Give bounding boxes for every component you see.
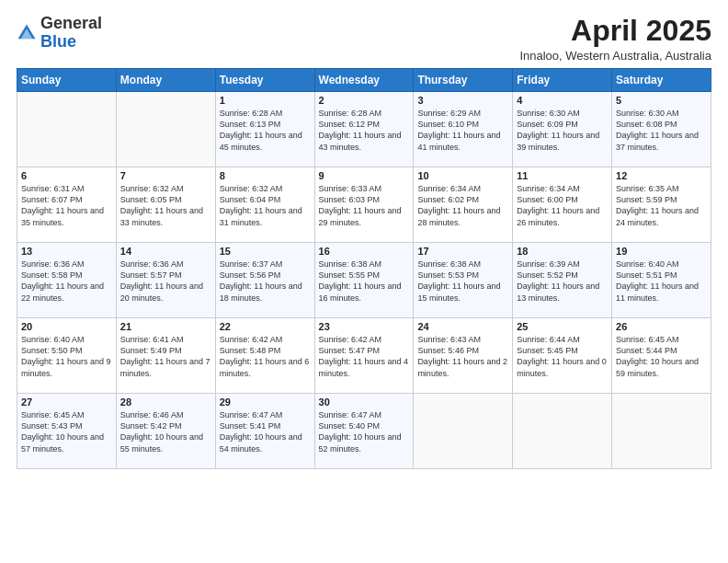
calendar-cell: 19Sunrise: 6:40 AM Sunset: 5:51 PM Dayli…: [612, 243, 711, 318]
day-number: 30: [319, 396, 410, 408]
col-wednesday: Wednesday: [314, 69, 414, 92]
calendar-cell: 26Sunrise: 6:45 AM Sunset: 5:44 PM Dayli…: [612, 318, 711, 394]
day-info: Sunrise: 6:39 AM Sunset: 5:52 PM Dayligh…: [517, 259, 608, 304]
day-info: Sunrise: 6:38 AM Sunset: 5:53 PM Dayligh…: [417, 259, 508, 304]
day-number: 7: [120, 170, 211, 181]
day-info: Sunrise: 6:35 AM Sunset: 5:59 PM Dayligh…: [616, 183, 707, 228]
calendar-cell: 30Sunrise: 6:47 AM Sunset: 5:40 PM Dayli…: [314, 394, 414, 469]
calendar-cell: 7Sunrise: 6:32 AM Sunset: 6:05 PM Daylig…: [116, 167, 215, 243]
week-row-5: 27Sunrise: 6:45 AM Sunset: 5:43 PM Dayli…: [17, 394, 711, 469]
day-info: Sunrise: 6:32 AM Sunset: 6:04 PM Dayligh…: [220, 183, 311, 228]
day-number: 14: [120, 246, 211, 257]
calendar-cell: 8Sunrise: 6:32 AM Sunset: 6:04 PM Daylig…: [215, 167, 314, 243]
logo-text: General Blue: [40, 15, 102, 52]
week-row-2: 6Sunrise: 6:31 AM Sunset: 6:07 PM Daylig…: [17, 167, 711, 243]
day-info: Sunrise: 6:41 AM Sunset: 5:49 PM Dayligh…: [120, 334, 211, 379]
calendar-cell: 6Sunrise: 6:31 AM Sunset: 6:07 PM Daylig…: [17, 167, 117, 243]
logo-icon: [17, 23, 37, 43]
title-block: April 2025 Innaloo, Western Australia, A…: [519, 15, 711, 63]
day-info: Sunrise: 6:38 AM Sunset: 5:55 PM Dayligh…: [319, 259, 410, 304]
day-number: 1: [220, 95, 311, 106]
day-info: Sunrise: 6:47 AM Sunset: 5:41 PM Dayligh…: [220, 409, 311, 454]
calendar-cell: 11Sunrise: 6:34 AM Sunset: 6:00 PM Dayli…: [513, 167, 612, 243]
col-thursday: Thursday: [414, 69, 513, 92]
day-info: Sunrise: 6:40 AM Sunset: 5:51 PM Dayligh…: [616, 259, 707, 304]
day-number: 12: [616, 170, 707, 181]
day-number: 20: [21, 321, 112, 332]
calendar-cell: 23Sunrise: 6:42 AM Sunset: 5:47 PM Dayli…: [314, 318, 414, 394]
day-info: Sunrise: 6:36 AM Sunset: 5:57 PM Dayligh…: [120, 259, 211, 304]
month-title: April 2025: [519, 15, 711, 47]
col-tuesday: Tuesday: [215, 69, 314, 92]
col-monday: Monday: [116, 69, 215, 92]
day-info: Sunrise: 6:37 AM Sunset: 5:56 PM Dayligh…: [220, 259, 311, 304]
day-info: Sunrise: 6:28 AM Sunset: 6:13 PM Dayligh…: [220, 108, 311, 153]
day-number: 22: [220, 321, 311, 332]
day-info: Sunrise: 6:40 AM Sunset: 5:50 PM Dayligh…: [21, 334, 112, 379]
day-info: Sunrise: 6:45 AM Sunset: 5:44 PM Dayligh…: [616, 334, 707, 379]
day-info: Sunrise: 6:29 AM Sunset: 6:10 PM Dayligh…: [417, 108, 508, 153]
calendar-cell: 16Sunrise: 6:38 AM Sunset: 5:55 PM Dayli…: [314, 243, 414, 318]
day-info: Sunrise: 6:33 AM Sunset: 6:03 PM Dayligh…: [319, 183, 410, 228]
day-number: 4: [517, 95, 608, 106]
day-number: 28: [120, 396, 211, 408]
day-number: 10: [417, 170, 508, 181]
day-info: Sunrise: 6:34 AM Sunset: 6:00 PM Dayligh…: [517, 183, 608, 228]
calendar-cell: 9Sunrise: 6:33 AM Sunset: 6:03 PM Daylig…: [314, 167, 414, 243]
calendar-cell: [612, 394, 711, 469]
day-number: 25: [517, 321, 608, 332]
day-info: Sunrise: 6:30 AM Sunset: 6:08 PM Dayligh…: [616, 108, 707, 153]
day-info: Sunrise: 6:42 AM Sunset: 5:48 PM Dayligh…: [220, 334, 311, 379]
day-number: 15: [220, 246, 311, 257]
day-info: Sunrise: 6:30 AM Sunset: 6:09 PM Dayligh…: [517, 108, 608, 153]
day-info: Sunrise: 6:45 AM Sunset: 5:43 PM Dayligh…: [21, 409, 112, 454]
day-info: Sunrise: 6:44 AM Sunset: 5:45 PM Dayligh…: [517, 334, 608, 379]
col-friday: Friday: [513, 69, 612, 92]
calendar-cell: 29Sunrise: 6:47 AM Sunset: 5:41 PM Dayli…: [215, 394, 314, 469]
calendar-cell: 5Sunrise: 6:30 AM Sunset: 6:08 PM Daylig…: [612, 92, 711, 167]
day-number: 26: [616, 321, 707, 332]
calendar-cell: 25Sunrise: 6:44 AM Sunset: 5:45 PM Dayli…: [513, 318, 612, 394]
calendar-cell: 18Sunrise: 6:39 AM Sunset: 5:52 PM Dayli…: [513, 243, 612, 318]
logo-blue: Blue: [40, 32, 76, 51]
day-number: 6: [21, 170, 112, 181]
calendar-cell: [414, 394, 513, 469]
calendar-cell: [17, 92, 117, 167]
calendar-cell: 24Sunrise: 6:43 AM Sunset: 5:46 PM Dayli…: [414, 318, 513, 394]
calendar-cell: 13Sunrise: 6:36 AM Sunset: 5:58 PM Dayli…: [17, 243, 117, 318]
day-number: 8: [220, 170, 311, 181]
location-subtitle: Innaloo, Western Australia, Australia: [519, 49, 711, 63]
day-info: Sunrise: 6:47 AM Sunset: 5:40 PM Dayligh…: [319, 409, 410, 454]
day-number: 17: [417, 246, 508, 257]
day-info: Sunrise: 6:36 AM Sunset: 5:58 PM Dayligh…: [21, 259, 112, 304]
day-number: 5: [616, 95, 707, 106]
page-header: General Blue April 2025 Innaloo, Western…: [17, 15, 711, 63]
day-info: Sunrise: 6:46 AM Sunset: 5:42 PM Dayligh…: [120, 409, 211, 454]
week-row-3: 13Sunrise: 6:36 AM Sunset: 5:58 PM Dayli…: [17, 243, 711, 318]
day-number: 11: [517, 170, 608, 181]
col-sunday: Sunday: [17, 69, 117, 92]
day-number: 23: [319, 321, 410, 332]
day-info: Sunrise: 6:31 AM Sunset: 6:07 PM Dayligh…: [21, 183, 112, 228]
calendar-cell: 3Sunrise: 6:29 AM Sunset: 6:10 PM Daylig…: [414, 92, 513, 167]
day-info: Sunrise: 6:43 AM Sunset: 5:46 PM Dayligh…: [417, 334, 508, 379]
day-number: 2: [319, 95, 410, 106]
calendar-cell: 2Sunrise: 6:28 AM Sunset: 6:12 PM Daylig…: [314, 92, 414, 167]
calendar-cell: 4Sunrise: 6:30 AM Sunset: 6:09 PM Daylig…: [513, 92, 612, 167]
calendar-header-row: Sunday Monday Tuesday Wednesday Thursday…: [17, 69, 711, 92]
day-number: 18: [517, 246, 608, 257]
day-info: Sunrise: 6:34 AM Sunset: 6:02 PM Dayligh…: [417, 183, 508, 228]
day-number: 21: [120, 321, 211, 332]
calendar-cell: 10Sunrise: 6:34 AM Sunset: 6:02 PM Dayli…: [414, 167, 513, 243]
day-number: 24: [417, 321, 508, 332]
calendar-cell: 21Sunrise: 6:41 AM Sunset: 5:49 PM Dayli…: [116, 318, 215, 394]
day-info: Sunrise: 6:42 AM Sunset: 5:47 PM Dayligh…: [319, 334, 410, 379]
calendar-cell: 27Sunrise: 6:45 AM Sunset: 5:43 PM Dayli…: [17, 394, 117, 469]
calendar-cell: 12Sunrise: 6:35 AM Sunset: 5:59 PM Dayli…: [612, 167, 711, 243]
calendar-cell: 17Sunrise: 6:38 AM Sunset: 5:53 PM Dayli…: [414, 243, 513, 318]
calendar-cell: 14Sunrise: 6:36 AM Sunset: 5:57 PM Dayli…: [116, 243, 215, 318]
col-saturday: Saturday: [612, 69, 711, 92]
calendar-cell: [116, 92, 215, 167]
week-row-1: 1Sunrise: 6:28 AM Sunset: 6:13 PM Daylig…: [17, 92, 711, 167]
day-number: 3: [417, 95, 508, 106]
